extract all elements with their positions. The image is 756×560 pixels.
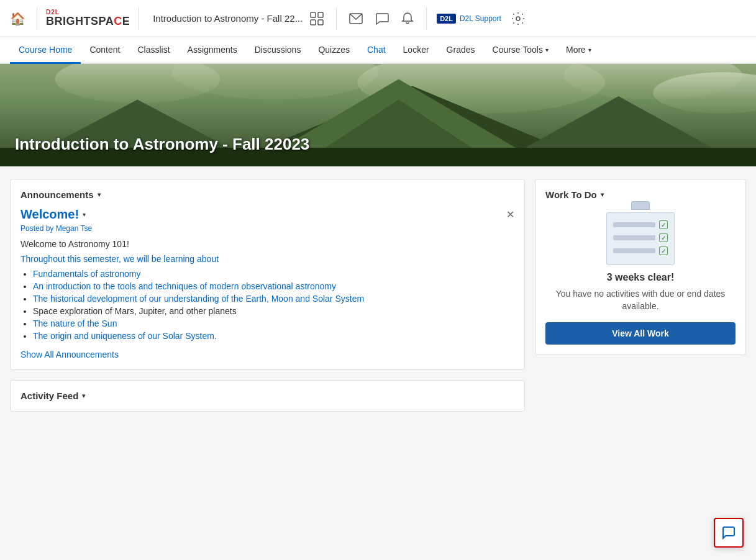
activity-feed-header: Activity Feed ▾ (20, 391, 514, 401)
checklist-line-1: ✓ (613, 220, 668, 229)
announcement-title-row: Welcome! ▾ ✕ (20, 207, 514, 222)
checklist-line-2: ✓ (613, 233, 668, 242)
nav-classlist[interactable]: Classlist (129, 37, 178, 64)
announcements-header: Announcements ▾ (20, 189, 514, 200)
more-caret: ▾ (588, 47, 591, 53)
settings-icon[interactable] (509, 9, 527, 28)
view-all-work-button[interactable]: View All Work (545, 322, 736, 345)
nav-discussions[interactable]: Discussions (246, 37, 310, 64)
svg-rect-3 (318, 20, 323, 25)
announcements-caret[interactable]: ▾ (98, 191, 101, 198)
work-to-do-header: Work To Do ▾ (545, 189, 736, 200)
bullet-5: The nature of the Sun (33, 318, 514, 328)
body-line2: Throughout this semester, we will be lea… (20, 254, 514, 264)
nav-grades[interactable]: Grades (438, 37, 484, 64)
activity-feed-caret[interactable]: ▾ (82, 392, 85, 399)
divider2 (139, 7, 139, 30)
body-line2-text: Throughout this semester, we will be lea… (20, 254, 219, 264)
work-to-do-card: Work To Do ▾ ✓ ✓ (535, 179, 746, 355)
right-panel: Work To Do ▾ ✓ ✓ (535, 179, 746, 422)
announcements-card: Announcements ▾ Welcome! ▾ ✕ Posted by M… (10, 179, 525, 370)
announcement-item: Welcome! ▾ ✕ Posted by Megan Tse Welcome… (20, 207, 514, 341)
close-announcement-button[interactable]: ✕ (506, 209, 514, 220)
check-box-1: ✓ (659, 220, 668, 229)
svg-rect-1 (318, 12, 323, 17)
line-bar (613, 222, 655, 227)
svg-rect-0 (311, 12, 316, 17)
line-bar-2 (613, 235, 655, 240)
nav-course-tools[interactable]: Course Tools ▾ (484, 37, 557, 64)
posted-by: Posted by Megan Tse (20, 224, 514, 233)
bell-icon[interactable] (399, 9, 416, 28)
checklist-line-3: ✓ (613, 246, 668, 255)
top-bar-icons: D2L D2L Support (307, 7, 527, 30)
checklist-clip (631, 201, 650, 210)
announcement-body: Welcome to Astronomy 101! Throughout thi… (20, 239, 514, 341)
bullet-list: Fundamentals of astronomy An introductio… (33, 269, 514, 341)
bullet-3: The historical development of our unders… (33, 294, 514, 304)
bullet-2: An introduction to the tools and techniq… (33, 281, 514, 291)
work-to-do-caret[interactable]: ▾ (601, 191, 604, 198)
chat-icon[interactable] (373, 10, 391, 27)
course-nav: Course Home Content Classlist Assignment… (0, 37, 756, 64)
top-bar-left: 🏠 D2L BRIGHTSPACE Introduction to Astron… (7, 7, 303, 30)
nav-chat[interactable]: Chat (358, 37, 394, 64)
checklist-paper: ✓ ✓ ✓ (606, 212, 675, 265)
nav-content[interactable]: Content (81, 37, 129, 64)
divider3 (336, 7, 337, 30)
mail-icon[interactable] (347, 11, 365, 27)
d2l-support-link: D2L Support (460, 14, 501, 23)
body-line1: Welcome to Astronomy 101! (20, 239, 514, 249)
logo: D2L BRIGHTSPACE (46, 9, 130, 28)
bullet-1: Fundamentals of astronomy (33, 269, 514, 279)
work-to-do-title: Work To Do (545, 189, 597, 200)
show-all-announcements[interactable]: Show All Announcements (20, 350, 119, 359)
divider (37, 7, 37, 30)
grid-icon[interactable] (307, 9, 326, 28)
announcements-title: Announcements (20, 189, 94, 200)
nav-more[interactable]: More ▾ (557, 37, 600, 64)
nav-assignments[interactable]: Assignments (179, 37, 246, 64)
d2l-logo-small: D2L (437, 14, 456, 24)
nav-course-home[interactable]: Course Home (10, 37, 81, 64)
checklist-illustration: ✓ ✓ ✓ (603, 201, 678, 263)
bullet-4: Space exploration of Mars, Jupiter, and … (33, 306, 514, 316)
svg-rect-2 (311, 20, 316, 25)
nav-quizzes[interactable]: Quizzes (309, 37, 358, 64)
check-box-2: ✓ (659, 233, 668, 242)
nav-locker[interactable]: Locker (394, 37, 438, 64)
course-title-top: Introduction to Astronomy - Fall 22... (153, 13, 303, 24)
brightspace-label: BRIGHTSPACE (46, 16, 130, 28)
hero-title: Introduction to Astronomy - Fall 22023 (15, 135, 309, 154)
svg-point-5 (516, 17, 520, 20)
activity-feed-card: Activity Feed ▾ (10, 380, 525, 412)
bullet-6: The origin and uniqueness of our Solar S… (33, 331, 514, 341)
announcement-welcome[interactable]: Welcome! (20, 207, 79, 222)
home-icon[interactable]: 🏠 (7, 9, 28, 29)
weeks-clear-text: 3 weeks clear! (545, 272, 736, 283)
main-content: Announcements ▾ Welcome! ▾ ✕ Posted by M… (0, 166, 756, 434)
check-box-3: ✓ (659, 246, 668, 255)
divider4 (426, 7, 427, 30)
no-activities-text: You have no activities with due or end d… (545, 288, 736, 312)
hero-banner: Introduction to Astronomy - Fall 22023 (0, 64, 756, 166)
top-bar: 🏠 D2L BRIGHTSPACE Introduction to Astron… (0, 0, 756, 37)
course-tools-caret: ▾ (545, 47, 549, 53)
check-mark-1: ✓ (661, 222, 666, 228)
line-bar-3 (613, 248, 655, 253)
check-mark-2: ✓ (661, 235, 666, 242)
left-panel: Announcements ▾ Welcome! ▾ ✕ Posted by M… (10, 179, 525, 422)
welcome-caret[interactable]: ▾ (83, 211, 86, 218)
d2l-support-area[interactable]: D2L D2L Support (437, 14, 501, 24)
check-mark-3: ✓ (661, 248, 666, 255)
activity-feed-title: Activity Feed (20, 391, 78, 401)
